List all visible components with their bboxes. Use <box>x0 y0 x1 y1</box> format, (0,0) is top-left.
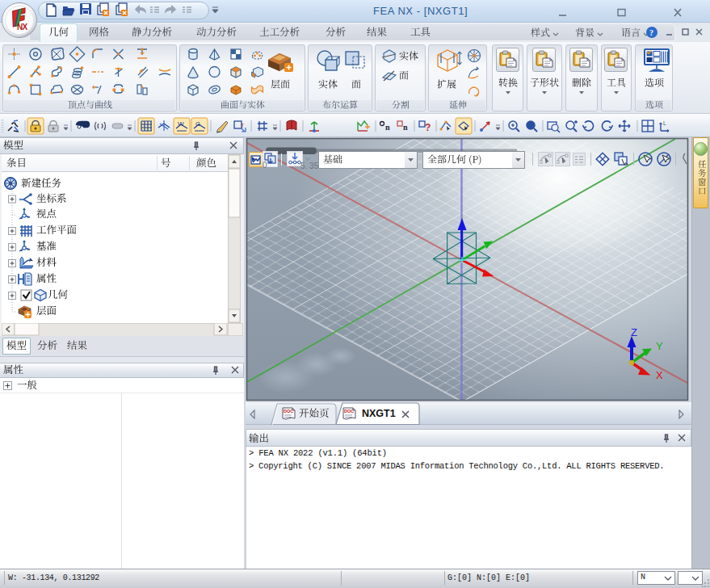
svg-text:n: n <box>403 123 408 132</box>
svg-text:Y: Y <box>656 340 663 352</box>
svg-text:NX: NX <box>17 23 28 32</box>
svg-text:DOC: DOC <box>284 409 293 414</box>
svg-text:L: L <box>663 120 666 126</box>
svg-text:?: ? <box>425 122 431 133</box>
svg-text:Z: Z <box>631 326 637 338</box>
svg-text:n: n <box>385 123 390 132</box>
svg-text:DOC: DOC <box>344 409 354 414</box>
svg-text:X: X <box>656 369 663 381</box>
